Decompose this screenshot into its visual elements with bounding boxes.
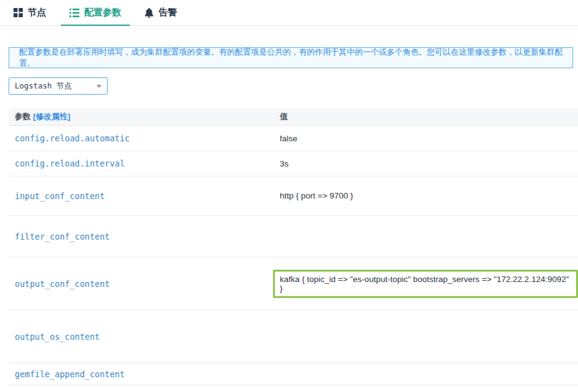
tab-label: 节点 [28,7,46,18]
param-link[interactable]: filter_conf_content [15,232,109,241]
column-header-param: 参数 [修改属性] [9,111,280,122]
bell-icon [144,8,154,18]
param-link[interactable]: gemfile_append_content [15,369,125,379]
table-row: output_conf_content kafka { topic_id => … [9,257,578,310]
param-value: http { port => 9700 } [280,191,353,200]
param-link[interactable]: output_os_content [15,332,100,342]
table-row: config.reload.interval 3s [9,151,578,176]
node-type-select-value: Logstash 节点 [15,81,72,92]
tab-config-params[interactable]: 配置参数 [61,0,130,25]
table-header: 参数 [修改属性] 值 [9,108,578,126]
table-body: config.reload.automatic false config.rel… [9,126,578,385]
param-link[interactable]: config.reload.interval [15,159,125,168]
info-banner-text: 配置参数是在部署应用时填写，成为集群配置项的变量。有的配置项是公共的，有的作用于… [19,47,563,69]
column-header-value: 值 [280,111,578,122]
grid-icon [14,8,23,17]
table-row: config.reload.automatic false [9,126,578,151]
info-banner: 配置参数是在部署应用时填写，成为集群配置项的变量。有的配置项是公共的，有的作用于… [9,47,573,68]
list-icon [69,9,79,17]
parameter-table: 参数 [修改属性] 值 config.reload.automatic fals… [9,108,578,385]
tab-nodes[interactable]: 节点 [5,0,55,25]
param-link[interactable]: input_conf_content [15,191,105,201]
node-type-select[interactable]: Logstash 节点 [9,77,108,95]
tab-bar: 节点 配置参数 告警 [0,0,578,26]
table-row: input_conf_content http { port => 9700 } [9,176,578,216]
param-link[interactable]: config.reload.automatic [15,133,130,143]
table-row: output_os_content [9,310,578,363]
param-value: kafka { topic_id => "es-output-topic" bo… [273,270,578,298]
chevron-down-icon [97,85,101,88]
param-link[interactable]: output_conf_content [15,279,109,289]
modify-attributes-link[interactable]: [修改属性] [33,112,71,121]
tab-label: 配置参数 [84,7,121,18]
tab-alerts[interactable]: 告警 [136,0,186,25]
tab-label: 告警 [159,7,177,18]
table-row: gemfile_append_content [9,363,578,385]
param-value: false [280,134,298,143]
param-column-label: 参数 [15,112,31,121]
param-value: 3s [280,159,288,168]
table-row: filter_conf_content [9,216,578,257]
